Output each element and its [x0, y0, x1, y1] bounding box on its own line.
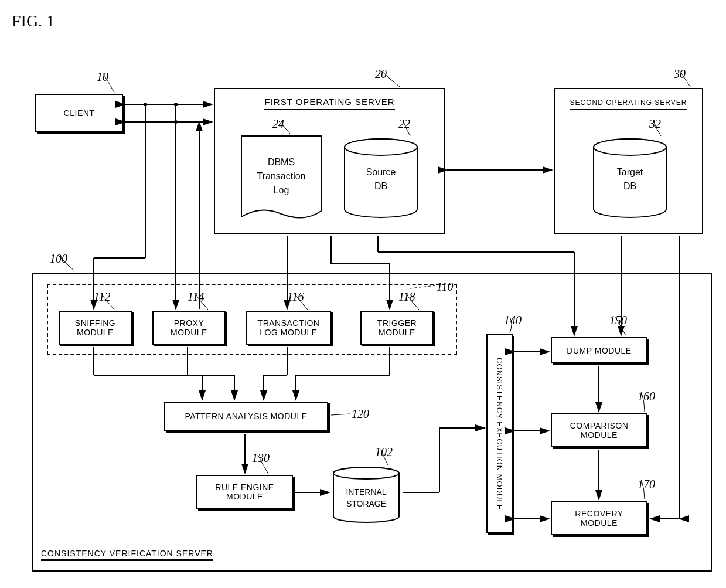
cvs-title: CONSISTENCY VERIFICATION SERVER — [41, 549, 213, 561]
recovery-l1: RECOVERY — [575, 509, 623, 518]
recovery-ref: 170 — [638, 478, 655, 491]
recovery-module: RECOVERY MODULE — [551, 501, 647, 535]
sniffing-ref: 112 — [94, 290, 111, 304]
pattern-ref: 120 — [352, 407, 369, 421]
dbms-log-l1: DBMS — [240, 157, 322, 168]
first-server-title: FIRST OPERATING SERVER — [264, 97, 394, 110]
storage-shape: INTERNAL STORAGE — [331, 466, 401, 525]
compare-l2: MODULE — [581, 430, 618, 440]
proxy-l1: PROXY — [174, 318, 204, 328]
sniffing-module: SNIFFING MODULE — [59, 311, 132, 345]
dump-label: DUMP MODULE — [567, 346, 631, 355]
storage-l2: STORAGE — [331, 499, 401, 508]
trigger-module: TRIGGER MODULE — [360, 311, 434, 345]
source-db-l1: Source — [343, 167, 419, 178]
client-box: CLIENT — [35, 94, 123, 132]
storage-l1: INTERNAL — [331, 487, 401, 497]
trigger-l1: TRIGGER — [377, 318, 417, 328]
rule-module: RULE ENGINE MODULE — [196, 475, 293, 509]
dbms-log-l3: Log — [240, 185, 322, 196]
dbms-log-ref: 24 — [272, 117, 284, 131]
svg-point-5 — [333, 467, 399, 479]
client-ref: 10 — [97, 70, 108, 84]
rule-ref: 130 — [252, 451, 270, 465]
svg-point-1 — [345, 139, 417, 155]
second-server-title: SECOND OPERATING SERVER — [570, 98, 687, 110]
proxy-ref: 114 — [188, 290, 204, 304]
proxy-l2: MODULE — [171, 328, 207, 337]
dump-module: DUMP MODULE — [551, 337, 647, 363]
sniffing-l2: MODULE — [77, 328, 114, 337]
svg-point-3 — [594, 139, 666, 155]
cexec-label: CONSISTENCY EXECUTION MODULE — [495, 358, 504, 510]
pattern-label: PATTERN ANALYSIS MODULE — [185, 412, 307, 421]
cexec-ref: 140 — [504, 314, 522, 327]
txlog-l1: TRANSACTION — [258, 318, 320, 328]
proxy-module: PROXY MODULE — [152, 311, 226, 345]
trigger-l2: MODULE — [379, 328, 415, 337]
pattern-module: PATTERN ANALYSIS MODULE — [164, 402, 328, 431]
first-server-title-wrap: FIRST OPERATING SERVER — [214, 97, 445, 110]
target-db-ref: 32 — [649, 117, 661, 131]
cexec-module: CONSISTENCY EXECUTION MODULE — [486, 334, 513, 533]
dbms-log-shape: DBMS Transaction Log — [240, 135, 322, 223]
txlog-l2: LOG MODULE — [260, 328, 317, 337]
target-db-l2: DB — [592, 181, 668, 192]
client-label: CLIENT — [64, 108, 95, 118]
second-server-ref: 30 — [674, 67, 686, 81]
compare-l1: COMPARISON — [570, 421, 629, 430]
compare-module: COMPARISON MODULE — [551, 413, 647, 447]
compare-ref: 160 — [638, 390, 655, 403]
recovery-l2: MODULE — [581, 518, 618, 528]
group-110-ref: 110 — [437, 280, 454, 294]
source-db-l2: DB — [343, 181, 419, 192]
dump-ref: 150 — [609, 314, 627, 327]
rule-l1: RULE ENGINE — [215, 482, 274, 492]
target-db-shape: Target DB — [592, 138, 668, 220]
target-db-l1: Target — [592, 167, 668, 178]
dbms-log-l2: Transaction — [240, 171, 322, 182]
rule-l2: MODULE — [226, 492, 263, 501]
first-server-ref: 20 — [375, 67, 387, 81]
figure-title: FIG. 1 — [12, 12, 54, 30]
cvs-title-wrap: CONSISTENCY VERIFICATION SERVER — [41, 548, 213, 561]
second-server-title-wrap: SECOND OPERATING SERVER — [554, 97, 703, 110]
trigger-ref: 118 — [398, 290, 415, 304]
txlog-module: TRANSACTION LOG MODULE — [246, 311, 331, 345]
cvs-ref: 100 — [50, 252, 67, 266]
source-db-shape: Source DB — [343, 138, 419, 220]
svg-point-8 — [144, 103, 147, 106]
sniffing-l1: SNIFFING — [75, 318, 115, 328]
svg-point-9 — [174, 103, 178, 106]
svg-point-10 — [174, 120, 178, 124]
storage-ref: 102 — [375, 446, 393, 459]
source-db-ref: 22 — [398, 117, 410, 131]
txlog-ref: 116 — [287, 290, 304, 304]
